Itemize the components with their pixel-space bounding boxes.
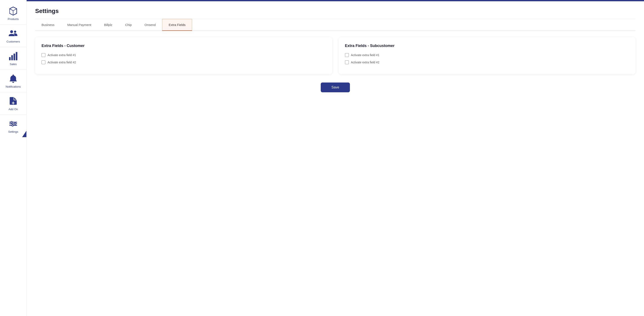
subcustomer-field-1-label: Activate extra field #1 <box>351 53 380 57</box>
sidebar-item-settings[interactable]: Settings <box>0 115 26 137</box>
svg-point-1 <box>14 31 16 33</box>
customer-field-2-label: Activate extra field #2 <box>48 61 76 64</box>
sales-icon <box>8 51 18 61</box>
customer-field-1-label: Activate extra field #1 <box>48 53 76 57</box>
extra-fields-cards: Extra Fields - Customer Activate extra f… <box>35 37 636 74</box>
content-area: Settings Business Manual Payment Billplz… <box>26 1 644 316</box>
sidebar: Products Customers Sales Notifications <box>0 0 26 316</box>
tab-chip[interactable]: Chip <box>119 19 138 30</box>
svg-point-13 <box>12 125 14 126</box>
settings-tabs: Business Manual Payment Billplz Chip Ons… <box>35 19 636 31</box>
sidebar-item-customers[interactable]: Customers <box>0 25 26 47</box>
sidebar-item-addon-label: Add On <box>8 108 18 111</box>
tab-onsend[interactable]: Onsend <box>138 19 162 30</box>
main-content: Settings Business Manual Payment Billplz… <box>26 0 644 316</box>
subcustomer-card-title: Extra Fields - Subcustomer <box>345 44 629 48</box>
tab-manual-payment[interactable]: Manual Payment <box>61 19 98 30</box>
sidebar-item-products[interactable]: Products <box>0 2 26 25</box>
svg-point-9 <box>11 121 12 123</box>
tab-billplz[interactable]: Billplz <box>98 19 118 30</box>
sidebar-item-notifications-label: Notifications <box>6 85 21 88</box>
page-title: Settings <box>35 8 636 14</box>
tab-extra-fields[interactable]: Extra Fields <box>162 19 192 31</box>
customer-field-1-row[interactable]: Activate extra field #1 <box>42 53 326 57</box>
save-area: Save <box>35 83 636 92</box>
customer-field-2-checkbox[interactable] <box>42 60 45 64</box>
sidebar-item-notifications[interactable]: Notifications <box>0 70 26 92</box>
sidebar-item-sales-label: Sales <box>10 62 17 66</box>
addon-icon <box>8 96 18 106</box>
svg-point-0 <box>10 30 13 33</box>
svg-rect-3 <box>11 55 13 60</box>
save-button[interactable]: Save <box>321 83 350 92</box>
sidebar-item-addon[interactable]: Add On <box>0 92 26 115</box>
subcustomer-field-1-row[interactable]: Activate extra field #1 <box>345 53 629 57</box>
subcustomer-card: Extra Fields - Subcustomer Activate extr… <box>338 37 636 74</box>
customers-icon <box>8 28 18 39</box>
tab-business[interactable]: Business <box>35 19 61 30</box>
svg-rect-5 <box>16 52 18 60</box>
customer-field-1-checkbox[interactable] <box>42 53 45 57</box>
box-icon <box>8 6 18 16</box>
subcustomer-field-2-checkbox[interactable] <box>345 60 349 64</box>
subcustomer-field-2-row[interactable]: Activate extra field #2 <box>345 60 629 64</box>
svg-rect-2 <box>9 57 11 60</box>
sidebar-item-sales[interactable]: Sales <box>0 47 26 70</box>
subcustomer-field-1-checkbox[interactable] <box>345 53 349 57</box>
sidebar-item-products-label: Products <box>8 17 18 21</box>
customer-card: Extra Fields - Customer Activate extra f… <box>35 37 332 74</box>
bell-icon <box>8 74 18 84</box>
customer-field-2-row[interactable]: Activate extra field #2 <box>42 60 326 64</box>
svg-point-11 <box>14 123 16 125</box>
sidebar-item-customers-label: Customers <box>6 40 20 43</box>
settings-icon <box>8 119 18 129</box>
customer-card-title: Extra Fields - Customer <box>42 44 326 48</box>
svg-rect-4 <box>14 54 15 60</box>
subcustomer-field-2-label: Activate extra field #2 <box>351 61 380 64</box>
sidebar-item-settings-label: Settings <box>8 130 18 133</box>
